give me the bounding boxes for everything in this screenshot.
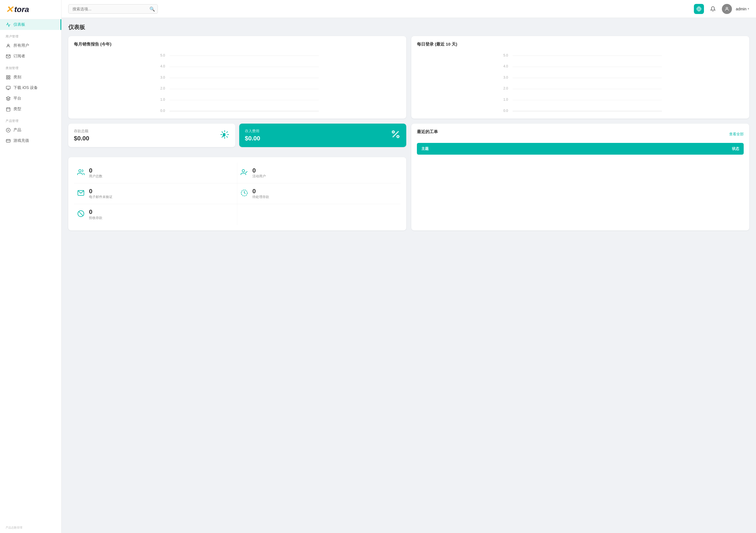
rejected-deposits-label: 拒收存款 [89,216,102,220]
sidebar-item-all-users-label: 所有用户 [14,43,29,48]
percent-icon [391,129,401,141]
product-mgmt-section-label: 产品管理 [0,114,61,125]
metric-rejected-deposits: 0 拒收存款 [74,204,237,225]
user-mgmt-section-label: 用户管理 [0,30,61,40]
search-icon[interactable]: 🔍 [149,6,155,12]
deposit-total-label: 存款总额 [74,129,89,134]
dl-y-label-0: 0.0 [503,109,508,113]
notification-icon-button[interactable] [708,4,718,14]
metric-total-users: 0 用户总数 [74,163,237,184]
sidebar-item-ios-downloads[interactable]: 下载 iOS 设备 [0,83,61,93]
svg-rect-16 [6,139,10,142]
bottom-row: 存款总额 $0.00 $ [68,124,749,230]
metrics-card: 0 用户总数 [68,157,406,230]
user-active-icon [240,169,249,178]
deposit-total-info: 存款总额 $0.00 [74,129,89,142]
svg-point-20 [726,7,728,9]
deposit-fee-value: $0.00 [245,135,260,142]
view-all-link[interactable]: 查看全部 [729,132,744,137]
svg-point-36 [392,131,394,133]
users-group-icon [77,169,85,178]
logo-x-icon: ✕ [6,5,13,14]
svg-text:$: $ [223,132,225,137]
sidebar-item-ios-label: 下载 iOS 设备 [14,85,38,90]
total-users-count: 0 [89,167,102,174]
chart-icon [6,22,11,27]
monthly-sales-svg: 5.0 4.0 3.0 2.0 1.0 0.0 [74,51,401,113]
sidebar-item-game-topup-label: 游戏充值 [14,138,29,143]
calendar-icon [6,107,11,112]
active-users-data: 0 活动用户 [252,167,266,179]
svg-rect-3 [8,75,10,77]
dl-y-label-2: 2.0 [503,87,508,90]
header: 🔍 admin ▾ [62,0,756,18]
globe-icon-button[interactable] [694,4,704,14]
deposit-fee-label: 存入费用 [245,129,260,134]
blocked-icon [77,210,85,219]
logo-area: ✕ tora [0,0,61,19]
dl-y-label-5: 5.0 [503,53,508,57]
user-avatar-button[interactable] [722,4,732,14]
charts-row: 每月销售报告 (今年) 5.0 4.0 3.0 2.0 1.0 0.0 [68,36,749,118]
total-users-label: 用户总数 [89,174,102,179]
sidebar-item-all-users[interactable]: 所有用户 [0,40,61,51]
topup-icon [6,138,11,143]
metric-pending-deposits: 0 待处理存款 [237,184,401,204]
active-users-label: 活动用户 [252,174,266,179]
metric-email-unverified: 0 电子邮件未验证 [74,184,237,204]
svg-rect-10 [7,107,10,111]
sidebar-item-dashboard-label: 仪表板 [14,22,25,27]
sidebar-item-dashboard[interactable]: 仪表板 [0,19,61,30]
pending-deposits-count: 0 [252,188,269,195]
sidebar-item-platform[interactable]: 平台 [0,93,61,104]
sidebar-item-type-label: 类型 [14,107,21,112]
svg-point-0 [7,44,9,46]
svg-rect-5 [8,77,10,79]
daily-logins-svg: 5.0 4.0 3.0 2.0 1.0 0.0 [417,51,744,113]
svg-point-38 [79,169,81,172]
svg-line-43 [79,212,83,216]
sidebar-item-categories-label: 类别 [14,75,21,80]
chevron-down-icon: ▾ [748,7,749,11]
stats-row: 存款总额 $0.00 $ [68,124,406,147]
sidebar-item-subscribers[interactable]: 订阅者 [0,51,61,62]
daily-logins-card: 每日登录 (最近 10 天) 5.0 4.0 3.0 2.0 1.0 0.0 [411,36,749,118]
y-label-3: 3.0 [160,75,165,79]
pending-deposits-data: 0 待处理存款 [252,188,269,199]
pending-deposits-label: 待处理存款 [252,195,269,199]
sidebar-item-categories[interactable]: 类别 [0,72,61,83]
daily-logins-chart: 5.0 4.0 3.0 2.0 1.0 0.0 [417,51,744,113]
left-bottom: 存款总额 $0.00 $ [68,124,406,230]
monthly-sales-title: 每月销售报告 (今年) [74,42,401,47]
rejected-deposits-data: 0 拒收存款 [89,209,102,220]
admin-dropdown[interactable]: admin ▾ [736,7,749,11]
svg-point-37 [397,136,399,138]
svg-point-39 [242,169,245,172]
svg-rect-2 [7,75,8,77]
sidebar-item-platform-label: 平台 [14,96,21,101]
sidebar-item-subscribers-label: 订阅者 [14,54,25,59]
user-icon [6,43,11,48]
sidebar-footer: 产品总数管理 [0,522,61,533]
deposit-total-value: $0.00 [74,135,89,142]
content-area: 仪表板 每月销售报告 (今年) 5.0 4.0 3.0 2.0 1.0 0.0 [62,18,756,533]
sidebar-item-products[interactable]: 产品 [0,125,61,135]
layers-icon [6,96,11,101]
header-actions: admin ▾ [694,4,749,14]
y-label-5: 5.0 [160,53,165,57]
hand-money-icon: $ [220,130,230,141]
sidebar-item-type[interactable]: 类型 [0,104,61,114]
metrics-grid: 0 用户总数 [74,163,401,225]
svg-line-35 [393,131,399,137]
deposit-fee-info: 存入费用 $0.00 [245,129,260,142]
workorder-title: 最近的工单 [417,129,438,135]
sidebar-item-products-label: 产品 [14,128,21,133]
active-users-count: 0 [252,167,266,174]
search-box: 🔍 [68,4,158,14]
dl-y-label-4: 4.0 [503,64,508,68]
search-input[interactable] [68,4,158,14]
play-icon [6,128,11,133]
sidebar-item-game-topup[interactable]: 游戏充值 [0,135,61,146]
mail-unverified-icon [77,189,85,198]
main-container: 🔍 admin ▾ 仪表板 每月销售报告 (今年) [62,0,756,533]
